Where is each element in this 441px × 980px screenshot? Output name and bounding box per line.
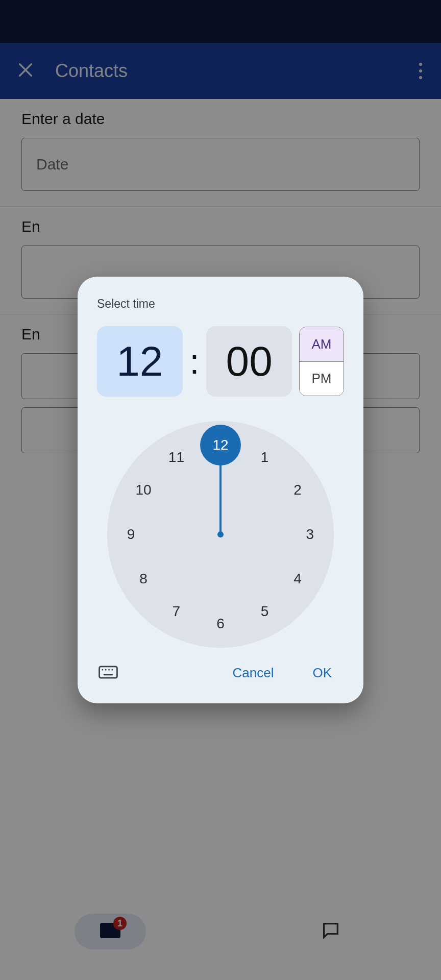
clock-face[interactable]: 12 1 2 3 4 5 6 7 8 9 10 11 [107, 421, 334, 648]
hour-selector[interactable]: 12 [97, 326, 183, 397]
clock-hour-2[interactable]: 2 [277, 470, 318, 510]
cancel-button[interactable]: Cancel [220, 660, 286, 686]
clock-face-container: 12 1 2 3 4 5 6 7 8 9 10 11 [97, 421, 344, 648]
clock-hour-8[interactable]: 8 [123, 558, 164, 599]
screen: Contacts Enter a date Date En En [0, 0, 441, 980]
clock-hour-6[interactable]: 6 [200, 603, 241, 644]
time-display-row: 12 : 00 AM PM [97, 326, 344, 397]
clock-center-dot [217, 531, 224, 537]
pm-button[interactable]: PM [300, 362, 344, 396]
ampm-toggle: AM PM [299, 327, 344, 396]
minute-selector[interactable]: 00 [206, 326, 292, 397]
time-colon: : [190, 341, 200, 381]
clock-hour-11[interactable]: 11 [156, 437, 197, 478]
clock-hour-3[interactable]: 3 [289, 514, 330, 555]
svg-rect-2 [100, 666, 117, 677]
time-picker-dialog: Select time 12 : 00 AM PM 12 1 2 3 4 5 6… [78, 277, 363, 703]
keyboard-icon [99, 665, 118, 681]
am-button[interactable]: AM [300, 327, 344, 362]
clock-hour-5[interactable]: 5 [244, 591, 285, 632]
clock-hour-12[interactable]: 12 [200, 425, 241, 465]
ok-button[interactable]: OK [300, 660, 344, 686]
dialog-title: Select time [97, 297, 344, 311]
dialog-actions: Cancel OK [97, 660, 344, 686]
clock-hour-9[interactable]: 9 [111, 514, 152, 555]
keyboard-input-button[interactable] [97, 662, 119, 684]
